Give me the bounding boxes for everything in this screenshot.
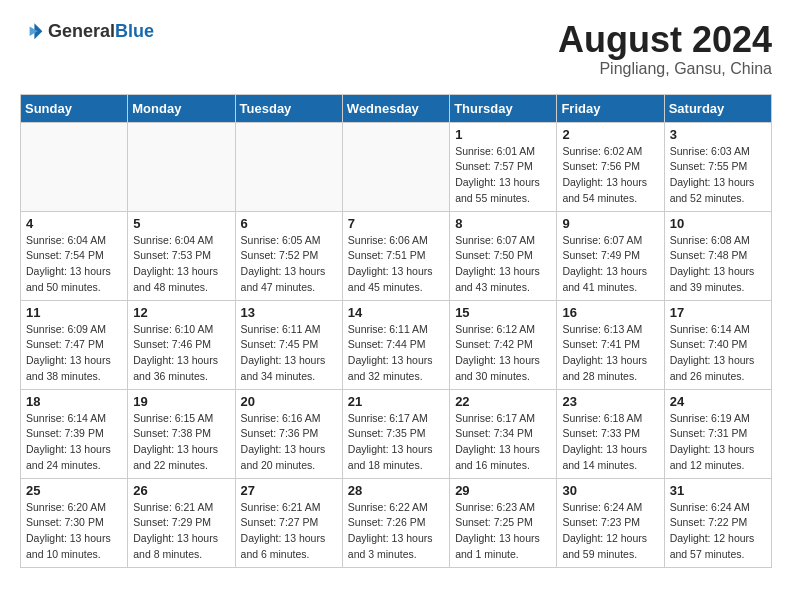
day-info: Sunrise: 6:06 AMSunset: 7:51 PMDaylight:… [348,233,444,296]
day-info: Sunrise: 6:17 AMSunset: 7:35 PMDaylight:… [348,411,444,474]
day-number: 25 [26,483,122,498]
calendar-week-1: 1Sunrise: 6:01 AMSunset: 7:57 PMDaylight… [21,122,772,211]
header-tuesday: Tuesday [235,94,342,122]
weekday-header-row: Sunday Monday Tuesday Wednesday Thursday… [21,94,772,122]
calendar-cell: 8Sunrise: 6:07 AMSunset: 7:50 PMDaylight… [450,211,557,300]
day-info: Sunrise: 6:23 AMSunset: 7:25 PMDaylight:… [455,500,551,563]
day-number: 30 [562,483,658,498]
day-number: 24 [670,394,766,409]
header-wednesday: Wednesday [342,94,449,122]
day-info: Sunrise: 6:10 AMSunset: 7:46 PMDaylight:… [133,322,229,385]
day-number: 28 [348,483,444,498]
calendar-cell [21,122,128,211]
day-info: Sunrise: 6:04 AMSunset: 7:53 PMDaylight:… [133,233,229,296]
calendar-week-5: 25Sunrise: 6:20 AMSunset: 7:30 PMDayligh… [21,478,772,567]
calendar-cell: 13Sunrise: 6:11 AMSunset: 7:45 PMDayligh… [235,300,342,389]
day-info: Sunrise: 6:15 AMSunset: 7:38 PMDaylight:… [133,411,229,474]
day-number: 7 [348,216,444,231]
day-info: Sunrise: 6:21 AMSunset: 7:29 PMDaylight:… [133,500,229,563]
day-number: 10 [670,216,766,231]
calendar-cell: 26Sunrise: 6:21 AMSunset: 7:29 PMDayligh… [128,478,235,567]
day-info: Sunrise: 6:22 AMSunset: 7:26 PMDaylight:… [348,500,444,563]
calendar-cell: 27Sunrise: 6:21 AMSunset: 7:27 PMDayligh… [235,478,342,567]
day-number: 3 [670,127,766,142]
day-number: 16 [562,305,658,320]
day-number: 20 [241,394,337,409]
header-thursday: Thursday [450,94,557,122]
day-info: Sunrise: 6:19 AMSunset: 7:31 PMDaylight:… [670,411,766,474]
day-info: Sunrise: 6:03 AMSunset: 7:55 PMDaylight:… [670,144,766,207]
day-info: Sunrise: 6:11 AMSunset: 7:44 PMDaylight:… [348,322,444,385]
day-number: 29 [455,483,551,498]
calendar-cell: 14Sunrise: 6:11 AMSunset: 7:44 PMDayligh… [342,300,449,389]
header-friday: Friday [557,94,664,122]
day-number: 12 [133,305,229,320]
calendar-cell: 22Sunrise: 6:17 AMSunset: 7:34 PMDayligh… [450,389,557,478]
location: Pingliang, Gansu, China [558,60,772,78]
day-info: Sunrise: 6:05 AMSunset: 7:52 PMDaylight:… [241,233,337,296]
calendar-week-3: 11Sunrise: 6:09 AMSunset: 7:47 PMDayligh… [21,300,772,389]
day-number: 2 [562,127,658,142]
calendar-week-4: 18Sunrise: 6:14 AMSunset: 7:39 PMDayligh… [21,389,772,478]
calendar-cell: 16Sunrise: 6:13 AMSunset: 7:41 PMDayligh… [557,300,664,389]
day-info: Sunrise: 6:07 AMSunset: 7:49 PMDaylight:… [562,233,658,296]
calendar-cell: 17Sunrise: 6:14 AMSunset: 7:40 PMDayligh… [664,300,771,389]
calendar-cell: 29Sunrise: 6:23 AMSunset: 7:25 PMDayligh… [450,478,557,567]
day-number: 11 [26,305,122,320]
day-info: Sunrise: 6:08 AMSunset: 7:48 PMDaylight:… [670,233,766,296]
day-info: Sunrise: 6:13 AMSunset: 7:41 PMDaylight:… [562,322,658,385]
day-info: Sunrise: 6:01 AMSunset: 7:57 PMDaylight:… [455,144,551,207]
calendar-cell: 21Sunrise: 6:17 AMSunset: 7:35 PMDayligh… [342,389,449,478]
calendar-cell: 9Sunrise: 6:07 AMSunset: 7:49 PMDaylight… [557,211,664,300]
calendar-cell: 25Sunrise: 6:20 AMSunset: 7:30 PMDayligh… [21,478,128,567]
calendar-cell: 23Sunrise: 6:18 AMSunset: 7:33 PMDayligh… [557,389,664,478]
day-info: Sunrise: 6:09 AMSunset: 7:47 PMDaylight:… [26,322,122,385]
logo-general: GeneralBlue [48,22,154,42]
page-header: GeneralBlue August 2024 Pingliang, Gansu… [20,20,772,78]
day-info: Sunrise: 6:20 AMSunset: 7:30 PMDaylight:… [26,500,122,563]
calendar-cell: 28Sunrise: 6:22 AMSunset: 7:26 PMDayligh… [342,478,449,567]
calendar-cell [235,122,342,211]
header-monday: Monday [128,94,235,122]
day-number: 26 [133,483,229,498]
calendar-cell: 30Sunrise: 6:24 AMSunset: 7:23 PMDayligh… [557,478,664,567]
day-info: Sunrise: 6:02 AMSunset: 7:56 PMDaylight:… [562,144,658,207]
day-info: Sunrise: 6:14 AMSunset: 7:40 PMDaylight:… [670,322,766,385]
day-number: 21 [348,394,444,409]
day-info: Sunrise: 6:12 AMSunset: 7:42 PMDaylight:… [455,322,551,385]
day-number: 18 [26,394,122,409]
header-saturday: Saturday [664,94,771,122]
calendar-cell: 24Sunrise: 6:19 AMSunset: 7:31 PMDayligh… [664,389,771,478]
day-info: Sunrise: 6:21 AMSunset: 7:27 PMDaylight:… [241,500,337,563]
calendar-cell: 3Sunrise: 6:03 AMSunset: 7:55 PMDaylight… [664,122,771,211]
day-info: Sunrise: 6:17 AMSunset: 7:34 PMDaylight:… [455,411,551,474]
day-info: Sunrise: 6:16 AMSunset: 7:36 PMDaylight:… [241,411,337,474]
day-info: Sunrise: 6:14 AMSunset: 7:39 PMDaylight:… [26,411,122,474]
day-number: 5 [133,216,229,231]
day-info: Sunrise: 6:24 AMSunset: 7:22 PMDaylight:… [670,500,766,563]
day-info: Sunrise: 6:18 AMSunset: 7:33 PMDaylight:… [562,411,658,474]
calendar-cell: 12Sunrise: 6:10 AMSunset: 7:46 PMDayligh… [128,300,235,389]
calendar-cell [128,122,235,211]
day-number: 15 [455,305,551,320]
calendar-cell: 1Sunrise: 6:01 AMSunset: 7:57 PMDaylight… [450,122,557,211]
logo-icon [20,20,44,44]
calendar-cell: 10Sunrise: 6:08 AMSunset: 7:48 PMDayligh… [664,211,771,300]
day-number: 1 [455,127,551,142]
calendar-cell: 2Sunrise: 6:02 AMSunset: 7:56 PMDaylight… [557,122,664,211]
day-number: 23 [562,394,658,409]
day-number: 14 [348,305,444,320]
calendar-cell: 7Sunrise: 6:06 AMSunset: 7:51 PMDaylight… [342,211,449,300]
day-info: Sunrise: 6:04 AMSunset: 7:54 PMDaylight:… [26,233,122,296]
day-number: 19 [133,394,229,409]
calendar-cell: 18Sunrise: 6:14 AMSunset: 7:39 PMDayligh… [21,389,128,478]
day-number: 6 [241,216,337,231]
day-number: 13 [241,305,337,320]
calendar-cell: 15Sunrise: 6:12 AMSunset: 7:42 PMDayligh… [450,300,557,389]
day-number: 27 [241,483,337,498]
day-info: Sunrise: 6:24 AMSunset: 7:23 PMDaylight:… [562,500,658,563]
day-info: Sunrise: 6:11 AMSunset: 7:45 PMDaylight:… [241,322,337,385]
calendar-cell: 11Sunrise: 6:09 AMSunset: 7:47 PMDayligh… [21,300,128,389]
day-number: 31 [670,483,766,498]
calendar-cell: 4Sunrise: 6:04 AMSunset: 7:54 PMDaylight… [21,211,128,300]
